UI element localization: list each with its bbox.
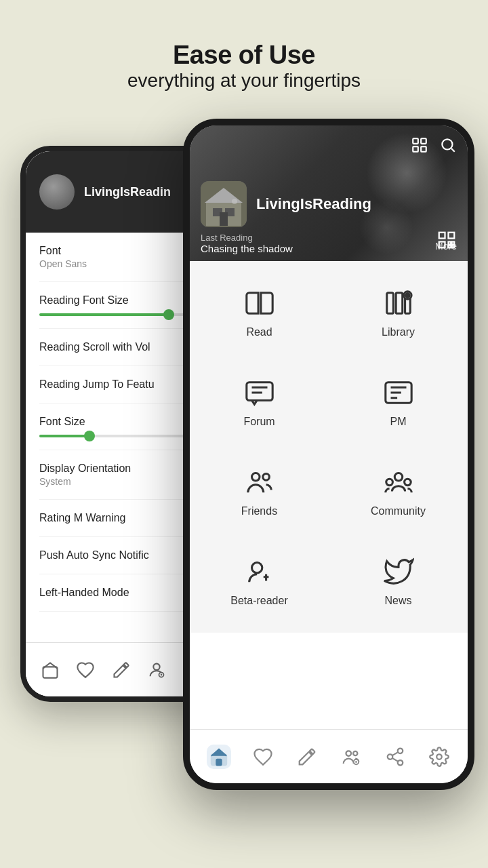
svg-point-11 xyxy=(442,139,452,149)
front-avatar xyxy=(201,181,247,227)
forum-label: Forum xyxy=(243,416,274,428)
menu-item-beta-reader[interactable]: Beta-reader xyxy=(190,536,329,626)
svg-rect-20 xyxy=(449,233,455,239)
search-icon[interactable] xyxy=(439,136,457,154)
front-nav-home[interactable] xyxy=(207,745,231,769)
slider-thumb2[interactable] xyxy=(84,431,95,441)
more-button[interactable]: More xyxy=(435,241,457,252)
main-subtitle: everything at your fingertips xyxy=(0,70,488,92)
avatar xyxy=(39,174,75,210)
page-header: Ease of Use everything at your fingertip… xyxy=(0,0,488,112)
svg-point-42 xyxy=(353,751,357,755)
read-label: Read xyxy=(246,326,272,338)
community-icon xyxy=(382,466,415,498)
last-reading-title: Chasing the shadow xyxy=(201,243,293,254)
community-label: Community xyxy=(371,505,426,517)
front-header: LivingIsReading Last Reading Chasing the… xyxy=(190,125,468,261)
read-icon xyxy=(243,287,276,319)
front-nav-friends[interactable] xyxy=(339,745,363,769)
header-icons xyxy=(411,136,457,154)
beta-reader-icon xyxy=(243,555,276,588)
svg-rect-0 xyxy=(43,667,58,677)
main-title: Ease of Use xyxy=(0,41,488,70)
svg-point-33 xyxy=(251,473,260,481)
phones-container: LivingIsReadin Font Open Sans Reading Fo… xyxy=(0,112,488,804)
beta-reader-label: Beta-reader xyxy=(230,595,288,607)
nav-icon-favorites[interactable] xyxy=(75,659,96,681)
pm-icon xyxy=(382,376,415,409)
svg-rect-10 xyxy=(421,146,426,152)
menu-item-community[interactable]: Community xyxy=(329,447,468,536)
library-icon xyxy=(382,287,415,319)
svg-point-18 xyxy=(232,199,237,204)
svg-rect-19 xyxy=(439,233,445,239)
svg-point-34 xyxy=(262,474,269,481)
svg-rect-17 xyxy=(220,212,228,226)
svg-point-41 xyxy=(346,751,351,756)
front-nav-settings[interactable] xyxy=(427,745,451,769)
menu-item-forum[interactable]: Forum xyxy=(190,357,329,447)
news-label: News xyxy=(384,595,411,607)
svg-point-45 xyxy=(387,754,392,760)
pm-label: PM xyxy=(390,416,407,428)
svg-rect-9 xyxy=(413,146,418,152)
slider-fill xyxy=(39,313,169,316)
svg-rect-31 xyxy=(246,382,272,401)
front-username: LivingIsReading xyxy=(256,195,371,213)
svg-rect-26 xyxy=(386,293,393,314)
friends-icon xyxy=(243,466,276,498)
svg-point-30 xyxy=(405,294,409,298)
front-nav-favorites[interactable] xyxy=(251,745,275,769)
svg-point-36 xyxy=(386,479,392,486)
menu-grid: Read Library xyxy=(190,261,468,633)
svg-point-1 xyxy=(153,663,159,669)
nav-icon-write[interactable] xyxy=(110,659,132,681)
menu-item-pm[interactable]: PM xyxy=(329,357,468,447)
svg-rect-40 xyxy=(216,759,222,765)
slider-fill2 xyxy=(39,435,89,437)
menu-item-news[interactable]: News xyxy=(329,536,468,626)
svg-point-37 xyxy=(404,479,411,486)
svg-point-35 xyxy=(394,473,403,481)
friends-label: Friends xyxy=(241,505,277,517)
library-label: Library xyxy=(382,326,415,338)
svg-rect-7 xyxy=(413,138,418,144)
expand-icon[interactable] xyxy=(411,136,428,154)
main-phone: LivingIsReading Last Reading Chasing the… xyxy=(183,119,474,790)
menu-item-read[interactable]: Read xyxy=(190,268,329,357)
front-nav-write[interactable] xyxy=(295,745,319,769)
svg-point-38 xyxy=(251,563,262,573)
svg-rect-27 xyxy=(396,293,403,314)
last-reading-label: Last Reading xyxy=(201,233,293,243)
svg-point-46 xyxy=(397,760,403,766)
nav-icon-home[interactable] xyxy=(39,659,61,681)
front-bottom-nav xyxy=(190,729,468,783)
last-reading: Last Reading Chasing the shadow xyxy=(201,233,293,254)
profile-row: LivingIsReading xyxy=(201,181,371,227)
front-nav-share[interactable] xyxy=(383,745,407,769)
svg-point-47 xyxy=(436,754,442,760)
menu-item-library[interactable]: Library xyxy=(329,268,468,357)
svg-rect-8 xyxy=(421,138,426,144)
forum-icon xyxy=(243,376,276,409)
settings-username: LivingIsReadin xyxy=(84,185,171,199)
news-icon xyxy=(382,555,415,588)
svg-point-44 xyxy=(397,748,403,753)
slider-thumb[interactable] xyxy=(163,309,174,320)
menu-item-friends[interactable]: Friends xyxy=(190,447,329,536)
nav-icon-profile[interactable] xyxy=(146,659,167,681)
